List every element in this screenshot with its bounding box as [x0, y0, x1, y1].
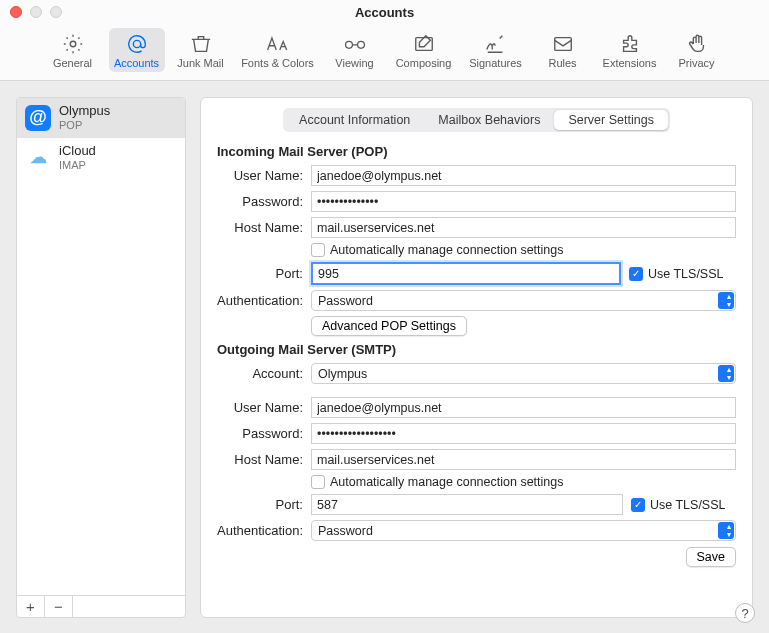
- puzzle-icon: [617, 33, 643, 55]
- tab-server-settings[interactable]: Server Settings: [554, 110, 667, 130]
- toolbar-privacy[interactable]: Privacy: [669, 28, 725, 72]
- checkbox-label: Automatically manage connection settings: [330, 475, 563, 489]
- auth-label: Authentication:: [217, 293, 311, 308]
- toolbar-label: General: [53, 57, 92, 69]
- minimize-window-button[interactable]: [30, 6, 42, 18]
- checkbox-unchecked-icon: [311, 243, 325, 257]
- outgoing-header: Outgoing Mail Server (SMTP): [217, 342, 736, 357]
- close-window-button[interactable]: [10, 6, 22, 18]
- at-sign-icon: [124, 33, 150, 55]
- incoming-password-input[interactable]: [311, 191, 736, 212]
- toolbar: General Accounts Junk Mail Fonts & Color…: [0, 24, 769, 81]
- checkbox-checked-icon: ✓: [629, 267, 643, 281]
- sidebar-footer: + −: [17, 595, 185, 617]
- help-button[interactable]: ?: [735, 603, 755, 623]
- account-type: POP: [59, 119, 110, 132]
- toolbar-composing[interactable]: Composing: [391, 28, 457, 72]
- chevron-updown-icon: ▴▾: [727, 293, 731, 309]
- port-label: Port:: [217, 497, 311, 512]
- select-value: Olympus: [318, 367, 367, 381]
- toolbar-signatures[interactable]: Signatures: [465, 28, 527, 72]
- toolbar-label: Fonts & Colors: [241, 57, 314, 69]
- account-row-olympus[interactable]: @ Olympus POP: [17, 98, 185, 138]
- svg-point-2: [345, 41, 352, 48]
- window-title: Accounts: [0, 5, 769, 20]
- outgoing-password-input[interactable]: [311, 423, 736, 444]
- accounts-sidebar: @ Olympus POP ☁︎ iCloud IMAP + −: [16, 97, 186, 618]
- incoming-hostname-input[interactable]: [311, 217, 736, 238]
- svg-rect-5: [554, 38, 571, 51]
- outgoing-auth-select[interactable]: Password ▴▾: [311, 520, 736, 541]
- outgoing-port-input[interactable]: [311, 494, 623, 515]
- toolbar-viewing[interactable]: Viewing: [327, 28, 383, 72]
- tab-mailbox-behaviors[interactable]: Mailbox Behaviors: [424, 110, 554, 130]
- password-label: Password:: [217, 194, 311, 209]
- chevron-updown-icon: ▴▾: [727, 366, 731, 382]
- outgoing-username-input[interactable]: [311, 397, 736, 418]
- toolbar-label: Rules: [548, 57, 576, 69]
- accounts-list: @ Olympus POP ☁︎ iCloud IMAP: [17, 98, 185, 595]
- toolbar-extensions[interactable]: Extensions: [599, 28, 661, 72]
- svg-point-0: [70, 41, 76, 47]
- username-label: User Name:: [217, 168, 311, 183]
- password-label: Password:: [217, 426, 311, 441]
- incoming-username-input[interactable]: [311, 165, 736, 186]
- account-type: IMAP: [59, 159, 96, 172]
- zoom-window-button[interactable]: [50, 6, 62, 18]
- auth-label: Authentication:: [217, 523, 311, 538]
- toolbar-general[interactable]: General: [45, 28, 101, 72]
- checkbox-checked-icon: ✓: [631, 498, 645, 512]
- main-panel: Account Information Mailbox Behaviors Se…: [200, 97, 753, 618]
- toolbar-accounts[interactable]: Accounts: [109, 28, 165, 72]
- titlebar: Accounts: [0, 0, 769, 24]
- cloud-icon: ☁︎: [25, 144, 51, 170]
- checkbox-unchecked-icon: [311, 475, 325, 489]
- toolbar-label: Accounts: [114, 57, 159, 69]
- incoming-header: Incoming Mail Server (POP): [217, 144, 736, 159]
- svg-point-1: [133, 40, 140, 47]
- gear-icon: [60, 33, 86, 55]
- toolbar-label: Viewing: [335, 57, 373, 69]
- toolbar-label: Privacy: [678, 57, 714, 69]
- select-value: Password: [318, 294, 373, 308]
- toolbar-junk[interactable]: Junk Mail: [173, 28, 229, 72]
- window-controls: [10, 6, 62, 18]
- checkbox-label: Automatically manage connection settings: [330, 243, 563, 257]
- outgoing-tls-checkbox[interactable]: ✓ Use TLS/SSL: [631, 498, 726, 512]
- outgoing-auto-manage-checkbox[interactable]: Automatically manage connection settings: [311, 475, 563, 489]
- tab-account-information[interactable]: Account Information: [285, 110, 424, 130]
- add-account-button[interactable]: +: [17, 596, 45, 617]
- account-name: Olympus: [59, 104, 110, 119]
- hand-icon: [684, 33, 710, 55]
- advanced-pop-settings-button[interactable]: Advanced POP Settings: [311, 316, 467, 336]
- toolbar-label: Signatures: [469, 57, 522, 69]
- compose-icon: [411, 33, 437, 55]
- incoming-auto-manage-checkbox[interactable]: Automatically manage connection settings: [311, 243, 563, 257]
- toolbar-fonts[interactable]: Fonts & Colors: [237, 28, 319, 72]
- toolbar-label: Junk Mail: [177, 57, 223, 69]
- font-icon: [265, 33, 291, 55]
- hostname-label: Host Name:: [217, 220, 311, 235]
- rules-icon: [550, 33, 576, 55]
- port-label: Port:: [217, 266, 311, 281]
- select-value: Password: [318, 524, 373, 538]
- account-label: Account:: [217, 366, 311, 381]
- toolbar-label: Composing: [396, 57, 452, 69]
- save-button[interactable]: Save: [686, 547, 737, 567]
- hostname-label: Host Name:: [217, 452, 311, 467]
- account-row-icloud[interactable]: ☁︎ iCloud IMAP: [17, 138, 185, 178]
- glasses-icon: [342, 33, 368, 55]
- signature-icon: [483, 33, 509, 55]
- at-sign-icon: @: [25, 105, 51, 131]
- toolbar-label: Extensions: [603, 57, 657, 69]
- outgoing-hostname-input[interactable]: [311, 449, 736, 470]
- incoming-tls-checkbox[interactable]: ✓ Use TLS/SSL: [629, 267, 724, 281]
- trash-icon: [188, 33, 214, 55]
- remove-account-button[interactable]: −: [45, 596, 73, 617]
- incoming-port-input[interactable]: [311, 262, 621, 285]
- incoming-auth-select[interactable]: Password ▴▾: [311, 290, 736, 311]
- checkbox-label: Use TLS/SSL: [650, 498, 726, 512]
- svg-point-3: [357, 41, 364, 48]
- outgoing-account-select[interactable]: Olympus ▴▾: [311, 363, 736, 384]
- toolbar-rules[interactable]: Rules: [535, 28, 591, 72]
